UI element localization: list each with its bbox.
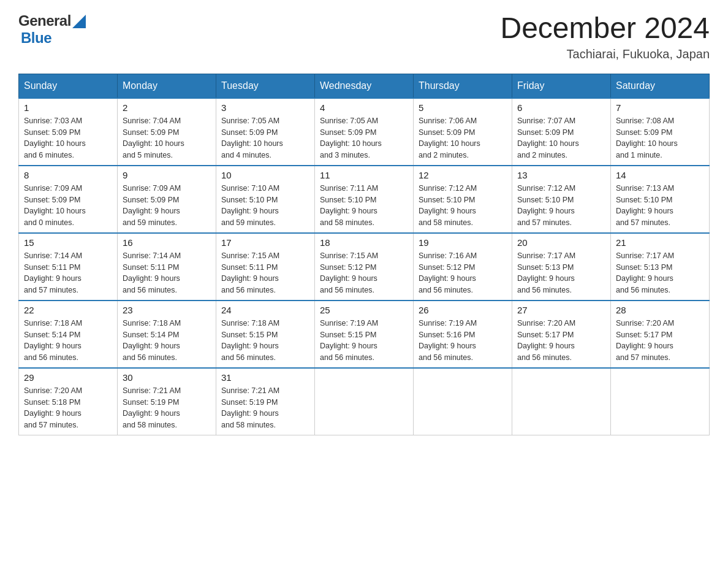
day-number: 10 — [221, 170, 309, 180]
day-info: Sunrise: 7:11 AMSunset: 5:10 PMDaylight:… — [320, 183, 408, 229]
day-info: Sunrise: 7:21 AMSunset: 5:19 PMDaylight:… — [123, 385, 211, 431]
calendar-cell — [315, 368, 414, 435]
calendar-cell: 3 Sunrise: 7:05 AMSunset: 5:09 PMDayligh… — [216, 98, 315, 166]
day-info: Sunrise: 7:18 AMSunset: 5:15 PMDaylight:… — [221, 318, 309, 364]
day-number: 27 — [517, 305, 605, 315]
day-info: Sunrise: 7:17 AMSunset: 5:13 PMDaylight:… — [616, 250, 704, 296]
day-info: Sunrise: 7:04 AMSunset: 5:09 PMDaylight:… — [123, 115, 211, 161]
weekday-header-saturday: Saturday — [611, 74, 710, 98]
logo-triangle-icon — [72, 15, 86, 28]
day-number: 5 — [419, 102, 507, 113]
calendar-cell: 16 Sunrise: 7:14 AMSunset: 5:11 PMDaylig… — [118, 233, 216, 301]
weekday-header-sunday: Sunday — [19, 74, 118, 98]
day-number: 30 — [123, 372, 211, 383]
day-number: 25 — [320, 305, 408, 315]
weekday-header-thursday: Thursday — [414, 74, 512, 98]
day-number: 26 — [419, 305, 507, 315]
calendar-cell — [414, 368, 512, 435]
week-row-4: 22 Sunrise: 7:18 AMSunset: 5:14 PMDaylig… — [19, 301, 710, 368]
day-number: 20 — [517, 237, 605, 248]
day-number: 17 — [221, 237, 309, 248]
day-info: Sunrise: 7:10 AMSunset: 5:10 PMDaylight:… — [221, 183, 309, 229]
day-info: Sunrise: 7:19 AMSunset: 5:16 PMDaylight:… — [419, 318, 507, 364]
day-number: 24 — [221, 305, 309, 315]
calendar-cell: 8 Sunrise: 7:09 AMSunset: 5:09 PMDayligh… — [19, 166, 118, 233]
week-row-3: 15 Sunrise: 7:14 AMSunset: 5:11 PMDaylig… — [19, 233, 710, 301]
day-number: 19 — [419, 237, 507, 248]
weekday-header-friday: Friday — [512, 74, 611, 98]
day-number: 15 — [24, 237, 112, 248]
day-number: 29 — [24, 372, 112, 383]
calendar-cell: 27 Sunrise: 7:20 AMSunset: 5:17 PMDaylig… — [512, 301, 611, 368]
week-row-5: 29 Sunrise: 7:20 AMSunset: 5:18 PMDaylig… — [19, 368, 710, 435]
day-number: 8 — [24, 170, 112, 180]
calendar-cell: 6 Sunrise: 7:07 AMSunset: 5:09 PMDayligh… — [512, 98, 611, 166]
day-info: Sunrise: 7:15 AMSunset: 5:12 PMDaylight:… — [320, 250, 408, 296]
day-number: 28 — [616, 305, 704, 315]
day-number: 31 — [221, 372, 309, 383]
calendar-cell: 15 Sunrise: 7:14 AMSunset: 5:11 PMDaylig… — [19, 233, 118, 301]
day-info: Sunrise: 7:03 AMSunset: 5:09 PMDaylight:… — [24, 115, 112, 161]
day-info: Sunrise: 7:15 AMSunset: 5:11 PMDaylight:… — [221, 250, 309, 296]
day-info: Sunrise: 7:20 AMSunset: 5:17 PMDaylight:… — [616, 318, 704, 364]
title-section: December 2024 Tachiarai, Fukuoka, Japan — [500, 12, 710, 61]
week-row-2: 8 Sunrise: 7:09 AMSunset: 5:09 PMDayligh… — [19, 166, 710, 233]
calendar-cell: 12 Sunrise: 7:12 AMSunset: 5:10 PMDaylig… — [414, 166, 512, 233]
calendar-cell: 9 Sunrise: 7:09 AMSunset: 5:09 PMDayligh… — [118, 166, 216, 233]
day-info: Sunrise: 7:07 AMSunset: 5:09 PMDaylight:… — [517, 115, 605, 161]
calendar-cell: 13 Sunrise: 7:12 AMSunset: 5:10 PMDaylig… — [512, 166, 611, 233]
day-info: Sunrise: 7:17 AMSunset: 5:13 PMDaylight:… — [517, 250, 605, 296]
day-info: Sunrise: 7:09 AMSunset: 5:09 PMDaylight:… — [123, 183, 211, 229]
calendar-cell: 2 Sunrise: 7:04 AMSunset: 5:09 PMDayligh… — [118, 98, 216, 166]
calendar-cell — [611, 368, 710, 435]
calendar-cell: 21 Sunrise: 7:17 AMSunset: 5:13 PMDaylig… — [611, 233, 710, 301]
calendar-cell: 4 Sunrise: 7:05 AMSunset: 5:09 PMDayligh… — [315, 98, 414, 166]
day-info: Sunrise: 7:18 AMSunset: 5:14 PMDaylight:… — [123, 318, 211, 364]
day-number: 7 — [616, 102, 704, 113]
day-number: 9 — [123, 170, 211, 180]
day-info: Sunrise: 7:12 AMSunset: 5:10 PMDaylight:… — [517, 183, 605, 229]
calendar-cell: 31 Sunrise: 7:21 AMSunset: 5:19 PMDaylig… — [216, 368, 315, 435]
day-number: 2 — [123, 102, 211, 113]
day-info: Sunrise: 7:09 AMSunset: 5:09 PMDaylight:… — [24, 183, 112, 229]
day-info: Sunrise: 7:05 AMSunset: 5:09 PMDaylight:… — [221, 115, 309, 161]
weekday-header-row: SundayMondayTuesdayWednesdayThursdayFrid… — [19, 74, 710, 98]
day-info: Sunrise: 7:18 AMSunset: 5:14 PMDaylight:… — [24, 318, 112, 364]
location-subtitle: Tachiarai, Fukuoka, Japan — [500, 47, 710, 61]
calendar-cell: 29 Sunrise: 7:20 AMSunset: 5:18 PMDaylig… — [19, 368, 118, 435]
day-info: Sunrise: 7:21 AMSunset: 5:19 PMDaylight:… — [221, 385, 309, 431]
calendar-cell: 1 Sunrise: 7:03 AMSunset: 5:09 PMDayligh… — [19, 98, 118, 166]
logo-general-text: General — [18, 12, 71, 29]
day-info: Sunrise: 7:19 AMSunset: 5:15 PMDaylight:… — [320, 318, 408, 364]
calendar-cell: 14 Sunrise: 7:13 AMSunset: 5:10 PMDaylig… — [611, 166, 710, 233]
month-year-title: December 2024 — [500, 12, 710, 45]
weekday-header-tuesday: Tuesday — [216, 74, 315, 98]
calendar-cell: 18 Sunrise: 7:15 AMSunset: 5:12 PMDaylig… — [315, 233, 414, 301]
svg-marker-0 — [72, 15, 86, 28]
calendar-cell: 19 Sunrise: 7:16 AMSunset: 5:12 PMDaylig… — [414, 233, 512, 301]
day-number: 13 — [517, 170, 605, 180]
calendar-cell: 25 Sunrise: 7:19 AMSunset: 5:15 PMDaylig… — [315, 301, 414, 368]
day-number: 4 — [320, 102, 408, 113]
day-info: Sunrise: 7:20 AMSunset: 5:17 PMDaylight:… — [517, 318, 605, 364]
page-header: General Blue December 2024 Tachiarai, Fu… — [18, 12, 710, 61]
day-info: Sunrise: 7:08 AMSunset: 5:09 PMDaylight:… — [616, 115, 704, 161]
calendar-cell: 23 Sunrise: 7:18 AMSunset: 5:14 PMDaylig… — [118, 301, 216, 368]
weekday-header-wednesday: Wednesday — [315, 74, 414, 98]
calendar-cell: 7 Sunrise: 7:08 AMSunset: 5:09 PMDayligh… — [611, 98, 710, 166]
day-info: Sunrise: 7:16 AMSunset: 5:12 PMDaylight:… — [419, 250, 507, 296]
calendar-cell: 20 Sunrise: 7:17 AMSunset: 5:13 PMDaylig… — [512, 233, 611, 301]
day-number: 18 — [320, 237, 408, 248]
day-info: Sunrise: 7:12 AMSunset: 5:10 PMDaylight:… — [419, 183, 507, 229]
calendar-cell: 30 Sunrise: 7:21 AMSunset: 5:19 PMDaylig… — [118, 368, 216, 435]
day-info: Sunrise: 7:05 AMSunset: 5:09 PMDaylight:… — [320, 115, 408, 161]
day-number: 6 — [517, 102, 605, 113]
logo-blue-text: Blue — [21, 29, 51, 47]
day-number: 22 — [24, 305, 112, 315]
calendar-cell: 10 Sunrise: 7:10 AMSunset: 5:10 PMDaylig… — [216, 166, 315, 233]
calendar-cell: 5 Sunrise: 7:06 AMSunset: 5:09 PMDayligh… — [414, 98, 512, 166]
calendar-cell — [512, 368, 611, 435]
calendar-cell: 26 Sunrise: 7:19 AMSunset: 5:16 PMDaylig… — [414, 301, 512, 368]
day-number: 11 — [320, 170, 408, 180]
week-row-1: 1 Sunrise: 7:03 AMSunset: 5:09 PMDayligh… — [19, 98, 710, 166]
